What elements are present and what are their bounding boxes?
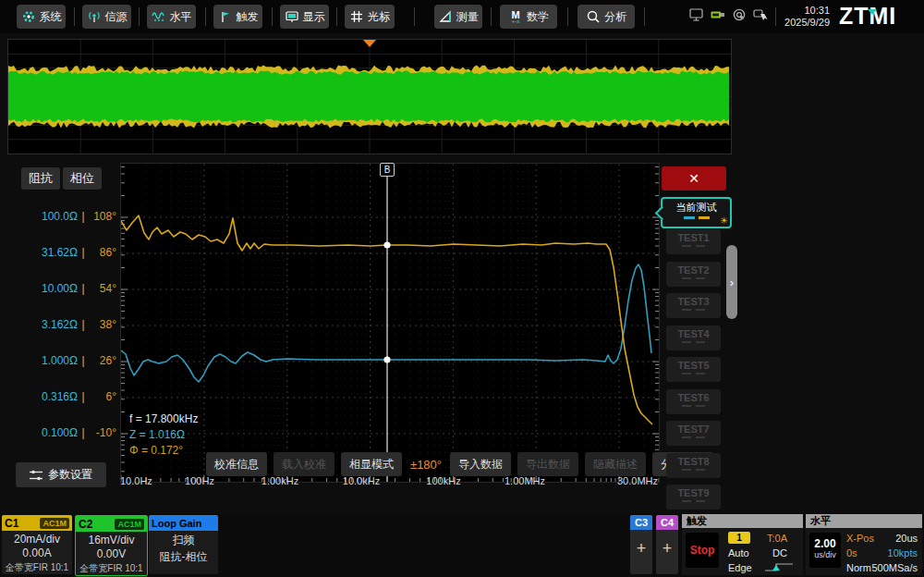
impedance-tick: 0.316Ω bbox=[18, 390, 78, 403]
test-slot-1[interactable]: TEST1 bbox=[666, 229, 721, 254]
menu-button-label: 测量 bbox=[456, 9, 479, 25]
tick-separator: | bbox=[78, 210, 89, 223]
phase-tick: -10° bbox=[89, 426, 116, 439]
impedance-mode-button[interactable]: 阻抗 bbox=[21, 167, 60, 190]
gear-icon bbox=[21, 9, 36, 24]
sliders-icon bbox=[30, 470, 43, 481]
menu-button-5[interactable]: 显示 bbox=[280, 5, 329, 29]
channel-offset: 0.00A bbox=[2, 546, 72, 559]
test-slot-6[interactable]: TEST6 bbox=[666, 389, 721, 414]
menu-button-9[interactable]: 分析 bbox=[578, 5, 635, 29]
axis-tick-row: 3.162Ω|38° bbox=[18, 317, 116, 332]
test-slot-label: TEST9 bbox=[666, 487, 721, 498]
horizontal-panel[interactable]: 水平 2.00 us/div X-Pos 0s Norm 20us 10kpts… bbox=[806, 514, 922, 575]
cursor-grid-icon bbox=[349, 9, 364, 24]
tick-separator: | bbox=[78, 318, 89, 331]
plot-button-3[interactable]: 相显模式 bbox=[341, 452, 402, 476]
plot-button-6: 导出数据 bbox=[517, 452, 578, 476]
test-slot-9[interactable]: TEST9 bbox=[666, 485, 721, 509]
timebase-value: 2.00 bbox=[809, 537, 841, 550]
cursor-frequency: f = 17.800kHz bbox=[129, 411, 198, 427]
plot-button-row: 校准信息载入校准相显模式±180°导入数据导出数据隐藏描述分开显示 bbox=[206, 452, 713, 476]
plot-button-5[interactable]: 导入数据 bbox=[450, 452, 511, 476]
divider bbox=[644, 7, 645, 26]
freq-tick-label: 1.00MHz bbox=[505, 475, 545, 486]
test-slot-2[interactable]: TEST2 bbox=[666, 262, 721, 287]
trigger-panel-title: 触发 bbox=[682, 514, 803, 528]
waveform-canvas bbox=[8, 40, 731, 153]
divider bbox=[567, 7, 568, 26]
plot-button-1[interactable]: 校准信息 bbox=[206, 452, 267, 476]
loop-gain-box[interactable]: Loop Gain 扫频 阻抗-相位 bbox=[149, 515, 218, 574]
menu-button-label: 信源 bbox=[105, 9, 128, 25]
trigger-position-marker[interactable] bbox=[363, 40, 376, 47]
test-slot-marks bbox=[666, 341, 721, 343]
phase-tick: 108° bbox=[89, 210, 116, 223]
trigger-panel[interactable]: 触发 Stop 1 Auto Edge T:0A DC bbox=[682, 514, 803, 575]
waveform-display[interactable] bbox=[7, 39, 732, 154]
test-slot-7[interactable]: TEST7 bbox=[666, 421, 721, 446]
plot-button-4[interactable]: ±180° bbox=[408, 452, 444, 476]
impedance-tick: 10.00Ω bbox=[18, 282, 78, 295]
freq-tick-label: 10.0Hz bbox=[120, 475, 152, 486]
axis-tick-row: 0.316Ω|6° bbox=[18, 389, 116, 404]
touch-circle-icon[interactable] bbox=[733, 8, 748, 27]
phase-mode-button[interactable]: 相位 bbox=[63, 167, 102, 190]
wave-icon bbox=[152, 9, 166, 24]
channel-bandwidth: 全带宽FIR 10:1 bbox=[2, 561, 72, 574]
menu-button-6[interactable]: 光标 bbox=[345, 5, 395, 29]
usb-storage-icon[interactable] bbox=[711, 8, 725, 27]
close-button[interactable]: ✕ bbox=[662, 166, 726, 190]
menu-button-3[interactable]: 水平 bbox=[147, 5, 196, 29]
screen-mirror-icon[interactable] bbox=[689, 8, 704, 27]
test-slot-3[interactable]: TEST3 bbox=[666, 293, 721, 318]
timebase-unit: us/div bbox=[809, 550, 841, 559]
gesture-hand-icon[interactable] bbox=[753, 8, 768, 27]
bode-plot[interactable]: B f = 17.800kHz Z = 1.016Ω Φ = 0.172° 校准… bbox=[120, 163, 660, 483]
trigger-mode: Auto bbox=[728, 547, 749, 559]
timebase-box: 2.00 us/div bbox=[809, 533, 841, 568]
chevron-right-icon: › bbox=[730, 276, 734, 289]
parameter-settings-button[interactable]: 参数设置 bbox=[16, 462, 106, 487]
channel-id: C3 bbox=[630, 515, 652, 530]
memory-depth: 10kpts bbox=[888, 547, 918, 559]
parameter-settings-label: 参数设置 bbox=[48, 467, 92, 483]
impedance-tick: 0.100Ω bbox=[18, 426, 78, 439]
menu-button-2[interactable]: 信源 bbox=[82, 5, 131, 29]
phase-tick: 54° bbox=[89, 282, 116, 295]
test-slot-5[interactable]: TEST5 bbox=[666, 357, 721, 382]
axis-tick-row: 1.000Ω|26° bbox=[18, 353, 116, 368]
add-channel-c4[interactable]: C4+ bbox=[656, 515, 678, 574]
cursor-b-label[interactable]: B bbox=[380, 163, 395, 177]
test-slot-label: TEST3 bbox=[666, 296, 721, 307]
time-text: 10:31 bbox=[772, 5, 830, 17]
freq-tick-label: 30.0MHz bbox=[617, 475, 658, 486]
measure-triangle-icon bbox=[438, 9, 453, 24]
top-menu-bar: 系统信源水平触发显示光标测量M+-x数学分析 10:31 2025/9/29 Z… bbox=[0, 0, 924, 33]
current-test-label: 当前测试 bbox=[663, 201, 730, 215]
channel-scale: 20mA/div bbox=[2, 533, 72, 546]
cursor-impedance: Z = 1.016Ω bbox=[129, 427, 198, 443]
current-test-button[interactable]: 当前测试 ☀ bbox=[661, 197, 732, 228]
menu-button-7[interactable]: 测量 bbox=[434, 5, 482, 29]
impedance-tick: 100.0Ω bbox=[18, 210, 78, 223]
coupling-badge: AC1M bbox=[40, 518, 69, 529]
acquire-mode: Norm bbox=[846, 562, 871, 573]
xpos-value: 0s bbox=[846, 547, 857, 559]
channel-box-c2[interactable]: C2AC1M16mV/div0.00V全带宽FIR 10:1 bbox=[75, 515, 148, 576]
cursor-readout: f = 17.800kHz Z = 1.016Ω Φ = 0.172° bbox=[129, 411, 198, 459]
menu-button-4[interactable]: 触发 bbox=[213, 5, 262, 29]
test-slot-4[interactable]: TEST4 bbox=[666, 325, 721, 350]
channel-header: C2AC1M bbox=[76, 516, 147, 532]
menu-button-1[interactable]: 系统 bbox=[17, 5, 66, 29]
close-icon: ✕ bbox=[688, 171, 699, 186]
test-slot-8[interactable]: TEST8 bbox=[666, 453, 721, 478]
menu-button-8[interactable]: M+-x数学 bbox=[500, 5, 557, 29]
panel-pullout-handle[interactable]: › bbox=[726, 245, 737, 319]
add-channel-c3[interactable]: C3+ bbox=[630, 515, 652, 574]
channel-box-c1[interactable]: C1AC1M20mA/div0.00A全带宽FIR 10:1 bbox=[2, 515, 72, 574]
frequency-axis: 10.0Hz100Hz1.00kHz10.0kHz100kHz1.00MHz30… bbox=[120, 475, 658, 488]
trigger-coupling: DC bbox=[772, 547, 787, 559]
phase-tick: 38° bbox=[89, 318, 116, 331]
test-slot-marks bbox=[666, 373, 721, 374]
